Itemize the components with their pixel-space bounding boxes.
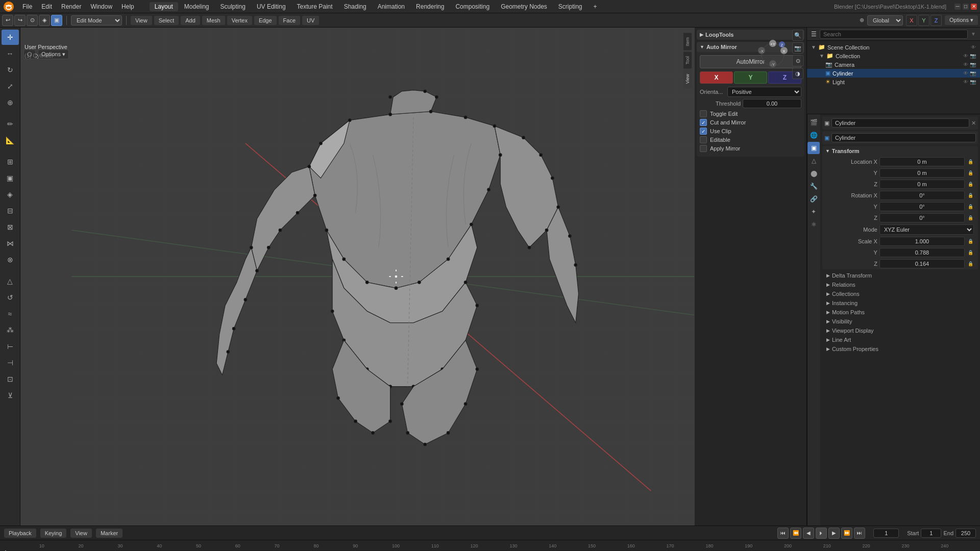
scale-y-lock[interactable]: 🔒 bbox=[967, 249, 974, 256]
use-clip-checkbox[interactable]: ✓ bbox=[700, 128, 707, 135]
toolbar-icon-4[interactable]: ◈ bbox=[39, 15, 50, 26]
prop-mesh-icon[interactable]: △ bbox=[807, 155, 820, 167]
toolbar-vertex[interactable]: Vertex bbox=[227, 16, 252, 25]
rotation-z[interactable]: 0° bbox=[879, 213, 965, 222]
filter-icon[interactable]: ▼ bbox=[971, 31, 976, 37]
toggle-edit-row[interactable]: Toggle Edit bbox=[700, 110, 801, 117]
toolbar-icon-5[interactable]: ▣ bbox=[51, 15, 62, 26]
play-btn[interactable]: ⏵ bbox=[816, 528, 827, 539]
tool-shrink[interactable]: ⊡ bbox=[2, 371, 19, 387]
toolbar-view[interactable]: View bbox=[131, 16, 152, 25]
motion-paths-item[interactable]: ▶ Motion Paths bbox=[822, 308, 978, 317]
light-item[interactable]: ☀ Light 👁 📷 bbox=[807, 78, 980, 86]
mode-select[interactable]: Edit Mode bbox=[71, 15, 122, 26]
tab-texture-paint[interactable]: Texture Paint bbox=[292, 2, 338, 11]
skip-end-btn[interactable]: ⏭ bbox=[854, 528, 865, 539]
collections-item[interactable]: ▶ Collections bbox=[822, 289, 978, 298]
viewport-display-item[interactable]: ▶ Viewport Display bbox=[822, 326, 978, 335]
prop-material-icon[interactable]: ⬤ bbox=[807, 167, 820, 180]
prev-frame-btn[interactable]: ⏪ bbox=[790, 528, 801, 539]
rotation-x-lock[interactable]: 🔒 bbox=[967, 192, 974, 199]
cam-vis[interactable]: 👁 bbox=[963, 62, 968, 67]
toolbar-icon-1[interactable]: ↩ bbox=[2, 15, 13, 26]
current-frame-display[interactable]: 1 bbox=[873, 529, 899, 538]
tab-add[interactable]: + bbox=[589, 2, 602, 11]
visibility-item[interactable]: ▶ Visibility bbox=[822, 317, 978, 326]
tool-vertex-slide[interactable]: ⊣ bbox=[2, 355, 19, 370]
tool-spin[interactable]: ↺ bbox=[2, 290, 19, 305]
location-x[interactable]: 0 m bbox=[879, 157, 965, 166]
menu-render[interactable]: Render bbox=[57, 2, 85, 11]
prop-object-icon[interactable]: ▣ bbox=[807, 142, 820, 154]
toolbar-mesh[interactable]: Mesh bbox=[202, 16, 225, 25]
maximize-btn[interactable]: □ bbox=[963, 4, 969, 10]
menu-window[interactable]: Window bbox=[86, 2, 116, 11]
scale-y[interactable]: 0.788 bbox=[879, 248, 965, 257]
minimize-btn[interactable]: ─ bbox=[954, 4, 961, 10]
menu-help[interactable]: Help bbox=[117, 2, 138, 11]
editable-row[interactable]: Editable bbox=[700, 136, 801, 143]
cyl-render[interactable]: 📷 bbox=[970, 70, 976, 76]
line-art-item[interactable]: ▶ Line Art bbox=[822, 335, 978, 344]
tab-scripting[interactable]: Scripting bbox=[553, 2, 587, 11]
relations-item[interactable]: ▶ Relations bbox=[822, 280, 978, 289]
toolbar-select[interactable]: Select bbox=[154, 16, 179, 25]
camera-item[interactable]: 📷 Camera 👁 📷 bbox=[807, 60, 980, 69]
tool-bisect[interactable]: ⊗ bbox=[2, 252, 19, 267]
fly-cam-btn[interactable]: 📷 bbox=[792, 42, 803, 54]
next-keyframe-btn[interactable]: ▶ bbox=[828, 528, 840, 539]
obj-name-field[interactable]: Cylinder bbox=[831, 118, 969, 128]
options-btn-small[interactable]: Options ▾ bbox=[38, 49, 69, 59]
prop-constraints-icon[interactable]: 🔗 bbox=[807, 193, 820, 205]
cut-and-mirror-row[interactable]: ✓ Cut and Mirror bbox=[700, 119, 801, 126]
prop-scene-icon[interactable]: 🎬 bbox=[807, 116, 820, 129]
tool-transform[interactable]: ⊕ bbox=[2, 95, 19, 110]
orientation-select[interactable]: Positive bbox=[727, 87, 801, 97]
tab-compositing[interactable]: Compositing bbox=[450, 2, 495, 11]
prev-keyframe-btn[interactable]: ◀ bbox=[803, 528, 814, 539]
tool-offset-cut[interactable]: ⊠ bbox=[2, 219, 19, 235]
tool-extrude[interactable]: ⊞ bbox=[2, 154, 19, 169]
timeline-view-btn[interactable]: View bbox=[70, 529, 92, 538]
tool-rotate[interactable]: ↻ bbox=[2, 62, 19, 78]
scale-z[interactable]: 0.164 bbox=[879, 259, 965, 268]
outliner-search[interactable] bbox=[820, 30, 968, 39]
location-x-lock[interactable]: 🔒 bbox=[967, 158, 974, 165]
toolbar-icon-3[interactable]: ⊙ bbox=[27, 15, 38, 26]
tab-modeling[interactable]: Modeling bbox=[179, 2, 214, 11]
light-vis[interactable]: 👁 bbox=[963, 79, 968, 85]
toolbar-edge[interactable]: Edge bbox=[254, 16, 277, 25]
toolbar-icon-2[interactable]: ↪ bbox=[14, 15, 26, 26]
start-frame[interactable]: 1 bbox=[921, 529, 941, 538]
tool-smooth[interactable]: ≈ bbox=[2, 306, 19, 321]
keying-btn[interactable]: Keying bbox=[40, 529, 67, 538]
prop-physics-icon[interactable]: ⚛ bbox=[807, 218, 820, 231]
cyl-vis[interactable]: 👁 bbox=[963, 70, 968, 76]
apply-mirror-row[interactable]: Apply Mirror bbox=[700, 145, 801, 152]
options-btn[interactable]: Options ▾ bbox=[945, 15, 978, 25]
prop-modifier-icon[interactable]: 🔧 bbox=[807, 180, 820, 192]
tool-inset[interactable]: ▣ bbox=[2, 170, 19, 186]
editable-checkbox[interactable] bbox=[700, 136, 707, 143]
prop-particles-icon[interactable]: ✦ bbox=[807, 206, 820, 218]
tool-bevel[interactable]: ◈ bbox=[2, 187, 19, 202]
toggle-edit-checkbox[interactable] bbox=[700, 110, 707, 117]
coll-vis-render[interactable]: 📷 bbox=[970, 53, 976, 59]
tool-knife[interactable]: ⋈ bbox=[2, 236, 19, 251]
coll-vis-eye[interactable]: 👁 bbox=[963, 53, 968, 59]
location-z[interactable]: 0 m bbox=[879, 180, 965, 189]
prop-world-icon[interactable]: 🌐 bbox=[807, 129, 820, 141]
rotation-y[interactable]: 0° bbox=[879, 202, 965, 211]
tool-loop-cut[interactable]: ⊟ bbox=[2, 203, 19, 218]
cam-render[interactable]: 📷 bbox=[970, 62, 976, 67]
location-y-lock[interactable]: 🔒 bbox=[967, 169, 974, 177]
tab-layout[interactable]: Layout bbox=[150, 2, 178, 11]
menu-file[interactable]: File bbox=[18, 2, 36, 11]
axis-z-indicator[interactable]: Z bbox=[930, 15, 942, 26]
toolbar-add[interactable]: Add bbox=[181, 16, 200, 25]
tool-move[interactable]: ↔ bbox=[2, 46, 19, 61]
menu-edit[interactable]: Edit bbox=[37, 2, 56, 11]
axis-x-indicator[interactable]: X bbox=[906, 15, 917, 26]
tool-randomize[interactable]: ⁂ bbox=[2, 322, 19, 338]
obj-name-close[interactable]: ✕ bbox=[971, 120, 976, 127]
